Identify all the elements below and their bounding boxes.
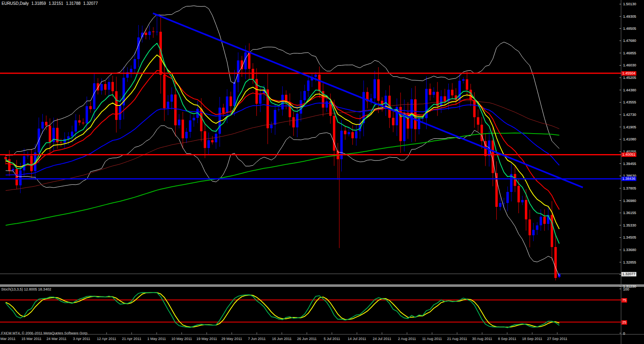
price-line-badge: 1.38436: [621, 177, 636, 181]
y-axis-label: 1.39455: [623, 162, 636, 166]
x-axis-label: 11 Aug 2011: [422, 337, 442, 341]
x-axis-label: 27 Sep 2011: [547, 337, 567, 341]
x-axis-label: 10 May 2011: [171, 337, 192, 341]
chart-title: EURUSD,Daily 1.31859 1.32151 1.31788 1.3…: [2, 1, 99, 6]
x-axis-label: 8 Sep 2011: [498, 337, 516, 341]
y-axis-label: 1.43555: [623, 100, 636, 104]
y-axis-label: 1.44380: [623, 88, 636, 92]
y-axis-label: 1.41080: [623, 137, 636, 141]
quote-open: 1.31859: [31, 1, 46, 6]
y-axis-label: 1.47680: [623, 39, 636, 43]
y-axis-label: 1.42730: [623, 113, 636, 117]
copyright-text: FXCM MT4, © 2001-2011 MetaQuotes Softwar…: [1, 331, 89, 335]
stochastic-indicator-label: Stoch(13,3,5) 12.8005 18.3402: [1, 287, 51, 291]
x-axis-label: 21 Aug 2011: [447, 337, 467, 341]
mt4-chart-window: EURUSD,Daily 1.31859 1.32151 1.31788 1.3…: [0, 0, 644, 344]
x-axis-label: 30 Aug 2011: [472, 337, 492, 341]
y-axis-label: 1.32855: [623, 260, 636, 264]
x-axis-label: 6 Mar 2011: [0, 337, 15, 341]
x-axis-label: 1 May 2011: [147, 337, 166, 341]
x-axis-label: 16 Jun 2011: [272, 337, 292, 341]
x-axis-label: 7 Jun 2011: [248, 337, 266, 341]
x-axis-label: 26 Jun 2011: [297, 337, 317, 341]
x-axis-label: 24 Mar 2011: [46, 337, 66, 341]
y-axis-label: 1.37805: [623, 186, 636, 190]
y-axis-label: 1.41905: [623, 125, 636, 129]
symbol-timeframe: EURUSD,Daily: [2, 1, 29, 6]
stoch-scale-top-label: 100: [623, 287, 629, 291]
x-axis-label: 21 Apr 2011: [122, 337, 141, 341]
y-axis-label: 1.46030: [623, 63, 636, 67]
x-axis-label: 5 Jul 2011: [324, 337, 340, 341]
y-axis-label: 1.48505: [623, 27, 636, 31]
y-axis-label: 1.34505: [623, 235, 636, 239]
stoch-scale-bottom-label: 0: [623, 332, 625, 336]
price-line-badge: 1.40051: [621, 152, 636, 157]
y-axis-label: 1.36155: [623, 211, 636, 215]
y-axis-label: 1.35330: [623, 223, 636, 227]
quote-high: 1.32151: [49, 1, 63, 6]
quote-close: 1.32077: [83, 1, 98, 6]
y-axis-label: 1.46855: [623, 51, 636, 55]
x-axis-label: 2 Aug 2011: [398, 337, 416, 341]
x-axis-label: 29 May 2011: [221, 337, 242, 341]
x-axis-label: 19 May 2011: [196, 337, 217, 341]
y-axis-label: 1.45205: [623, 76, 636, 80]
price-chart-canvas[interactable]: [0, 0, 644, 344]
y-axis-label: 1.50130: [623, 2, 636, 6]
x-axis-label: 18 Sep 2011: [522, 337, 542, 341]
x-axis-label: 15 Mar 2011: [21, 337, 41, 341]
current-price-badge: 1.32077: [621, 272, 636, 276]
x-axis-label: 14 Jul 2011: [348, 337, 366, 341]
x-axis-label: 12 Apr 2011: [97, 337, 116, 341]
x-axis-label: 3 Apr 2011: [73, 337, 90, 341]
quote-low: 1.31788: [66, 1, 80, 6]
y-axis-label: 1.36980: [623, 199, 636, 203]
stoch-level-badge: 75: [621, 298, 627, 303]
price-line-badge: 1.45504: [621, 71, 636, 76]
y-axis-label: 1.49305: [623, 14, 636, 19]
stoch-level-badge: 25: [621, 320, 627, 325]
x-axis-label: 24 Jul 2011: [373, 337, 391, 341]
y-axis-label: 1.33680: [623, 248, 636, 252]
